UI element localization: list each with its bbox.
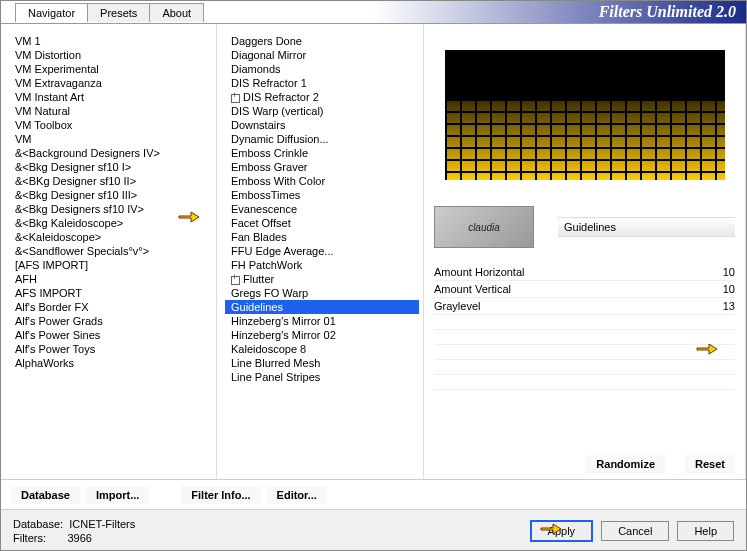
list-item[interactable]: [AFS IMPORT]	[9, 258, 212, 272]
list-item[interactable]: AFS IMPORT	[9, 286, 212, 300]
list-item[interactable]: Downstairs	[225, 118, 419, 132]
list-item[interactable]: Kaleidoscope 8	[225, 342, 419, 356]
filters-value: 3966	[67, 532, 91, 544]
list-item[interactable]: &<Bkg Designers sf10 IV>	[9, 202, 212, 216]
list-item[interactable]: VM	[9, 132, 212, 146]
list-item[interactable]: Hinzeberg's Mirror 01	[225, 314, 419, 328]
list-item[interactable]: Line Blurred Mesh	[225, 356, 419, 370]
database-button[interactable]: Database	[11, 486, 80, 504]
cancel-button[interactable]: Cancel	[601, 521, 669, 541]
list-item[interactable]: DIS Refractor 1	[225, 76, 419, 90]
list-item[interactable]: Alf's Power Toys	[9, 342, 212, 356]
list-item[interactable]: &<Background Designers IV>	[9, 146, 212, 160]
list-item[interactable]: DIS Refractor 2	[225, 90, 419, 104]
randomize-button[interactable]: Randomize	[586, 455, 665, 473]
list-item[interactable]: Daggers Done	[225, 34, 419, 48]
status-info: Database: ICNET-Filters Filters: 3966	[13, 517, 135, 545]
db-label: Database:	[13, 518, 63, 530]
preview-image	[445, 50, 725, 180]
app-title: Filters Unlimited 2.0	[599, 3, 736, 21]
tabs: Navigator Presets About	[15, 3, 203, 22]
list-item[interactable]: Alf's Power Grads	[9, 314, 212, 328]
list-item[interactable]: Diamonds	[225, 62, 419, 76]
param-label: Amount Vertical	[434, 283, 511, 295]
list-item[interactable]: Emboss Graver	[225, 160, 419, 174]
list-item[interactable]: &<Kaleidoscope>	[9, 230, 212, 244]
apply-button[interactable]: Apply	[530, 520, 594, 542]
list-item[interactable]: VM 1	[9, 34, 212, 48]
list-item[interactable]: Alf's Border FX	[9, 300, 212, 314]
list-item[interactable]: AFH	[9, 272, 212, 286]
footer: Database: ICNET-Filters Filters: 3966 Ap…	[1, 509, 746, 551]
tab-about[interactable]: About	[149, 3, 204, 22]
db-value: ICNET-Filters	[69, 518, 135, 530]
list-item[interactable]: Hinzeberg's Mirror 02	[225, 328, 419, 342]
header: Navigator Presets About Filters Unlimite…	[1, 1, 746, 23]
list-item[interactable]: Flutter	[225, 272, 419, 286]
list-item[interactable]: EmbossTimes	[225, 188, 419, 202]
param-label: Amount Horizontal	[434, 266, 525, 278]
preview-column: claudia Guidelines Amount Horizontal10Am…	[424, 24, 746, 479]
filter-list[interactable]: Daggers DoneDiagonal MirrorDiamondsDIS R…	[225, 30, 419, 473]
parameter-list: Amount Horizontal10Amount Vertical10Gray…	[434, 264, 735, 315]
help-button[interactable]: Help	[677, 521, 734, 541]
param-row[interactable]: Graylevel13	[434, 298, 735, 315]
param-row[interactable]: Amount Horizontal10	[434, 264, 735, 281]
list-item[interactable]: VM Experimental	[9, 62, 212, 76]
list-item[interactable]: Emboss Crinkle	[225, 146, 419, 160]
category-column: VM 1VM DistortionVM ExperimentalVM Extra…	[1, 24, 217, 479]
list-item[interactable]: &<BKg Designer sf10 II>	[9, 174, 212, 188]
param-value: 10	[723, 283, 735, 295]
filter-name: Guidelines	[558, 217, 735, 237]
list-item[interactable]: Facet Offset	[225, 216, 419, 230]
list-item[interactable]: VM Distortion	[9, 48, 212, 62]
reset-button[interactable]: Reset	[685, 455, 735, 473]
list-item[interactable]: Fan Blades	[225, 230, 419, 244]
filter-column: Daggers DoneDiagonal MirrorDiamondsDIS R…	[217, 24, 424, 479]
list-item[interactable]: Dynamic Diffusion...	[225, 132, 419, 146]
toolbar: Database Import... Filter Info... Editor…	[1, 479, 746, 509]
filter-thumbnail: claudia	[434, 206, 534, 248]
list-item[interactable]: AlphaWorks	[9, 356, 212, 370]
list-item[interactable]: &<Sandflower Specials°v°>	[9, 244, 212, 258]
import-button[interactable]: Import...	[86, 486, 149, 504]
list-item[interactable]: DIS Warp (vertical)	[225, 104, 419, 118]
list-item[interactable]: FFU Edge Average...	[225, 244, 419, 258]
param-value: 13	[723, 300, 735, 312]
list-item[interactable]: &<Bkg Kaleidoscope>	[9, 216, 212, 230]
filters-label: Filters:	[13, 532, 46, 544]
list-item[interactable]: VM Toolbox	[9, 118, 212, 132]
list-item[interactable]: Alf's Power Sines	[9, 328, 212, 342]
tab-presets[interactable]: Presets	[87, 3, 150, 22]
list-item[interactable]: Diagonal Mirror	[225, 48, 419, 62]
editor-button[interactable]: Editor...	[267, 486, 327, 504]
list-item[interactable]: &<Bkg Designer sf10 III>	[9, 188, 212, 202]
param-value: 10	[723, 266, 735, 278]
tab-navigator[interactable]: Navigator	[15, 3, 88, 22]
filterinfo-button[interactable]: Filter Info...	[181, 486, 260, 504]
param-label: Graylevel	[434, 300, 480, 312]
main: VM 1VM DistortionVM ExperimentalVM Extra…	[1, 23, 746, 479]
list-item[interactable]: VM Instant Art	[9, 90, 212, 104]
list-item[interactable]: FH PatchWork	[225, 258, 419, 272]
list-item[interactable]: &<Bkg Designer sf10 I>	[9, 160, 212, 174]
list-item[interactable]: Line Panel Stripes	[225, 370, 419, 384]
category-list[interactable]: VM 1VM DistortionVM ExperimentalVM Extra…	[9, 30, 212, 473]
list-item[interactable]: Evanescence	[225, 202, 419, 216]
list-item[interactable]: Emboss With Color	[225, 174, 419, 188]
list-item[interactable]: Guidelines	[225, 300, 419, 314]
list-item[interactable]: VM Natural	[9, 104, 212, 118]
param-row[interactable]: Amount Vertical10	[434, 281, 735, 298]
list-item[interactable]: Gregs FO Warp	[225, 286, 419, 300]
list-item[interactable]: VM Extravaganza	[9, 76, 212, 90]
filter-bar: claudia Guidelines	[434, 206, 735, 248]
